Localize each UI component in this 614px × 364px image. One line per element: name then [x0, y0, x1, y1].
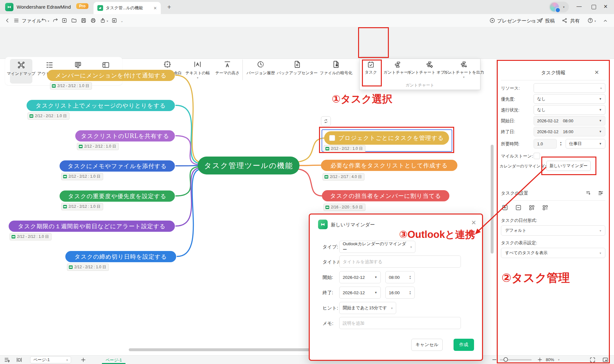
share-export-icon[interactable]: [100, 18, 106, 23]
add-task-grid-icon[interactable]: [528, 204, 535, 211]
tool-backup-center[interactable]: バックアップセンター: [277, 60, 318, 76]
gantt-output-icon: [460, 61, 468, 69]
start-date-select[interactable]: 2026-02-12▼: [339, 271, 381, 283]
page-tab[interactable]: ページ-1: [102, 357, 126, 363]
task-filter-settings-icon[interactable]: [598, 190, 604, 196]
end-date-select[interactable]: 2026-02-12▼: [339, 287, 381, 299]
title-input[interactable]: [339, 255, 461, 268]
dialog-close-icon[interactable]: ✕: [471, 219, 476, 226]
topic-node[interactable]: タスクにメモやファイルを添付する: [60, 160, 175, 172]
collapse-ribbon-icon[interactable]: [603, 18, 608, 23]
chevron-down-icon: ▼: [599, 108, 602, 111]
presentation-play-icon[interactable]: [489, 18, 495, 23]
type-select[interactable]: Outlookカレンダーのリマインダー▾: [339, 241, 415, 253]
share-dropdown-icon[interactable]: ▾: [107, 20, 108, 23]
calendar-icon: [69, 265, 73, 269]
minimize-button[interactable]: —: [577, 4, 582, 9]
page-layout-icon[interactable]: [16, 357, 22, 363]
new-tab-button[interactable]: +: [167, 3, 171, 11]
open-folder-icon[interactable]: [71, 18, 77, 23]
help-dropdown-icon[interactable]: ▾: [594, 20, 596, 23]
task-sort-icon[interactable]: [585, 190, 592, 196]
date-format-select[interactable]: デフォルト▾: [501, 225, 605, 236]
main-menu-icon[interactable]: [13, 18, 19, 23]
document-tab[interactable]: タスク管...ルの機能 ✕: [94, 2, 161, 14]
milestone-checkbox[interactable]: [534, 153, 540, 159]
close-button[interactable]: ✕: [603, 4, 608, 10]
collapse-all-icon[interactable]: [515, 204, 522, 211]
task-checkbox[interactable]: [329, 135, 335, 141]
memo-input[interactable]: [339, 317, 461, 329]
display-setting-select[interactable]: すべてのタスクを表示▾: [501, 248, 605, 258]
menu-item-gantt-output[interactable]: ガントチャートを出力 ▾: [443, 61, 484, 78]
post-button[interactable]: 投稿: [545, 18, 555, 24]
remove-task-grid-icon[interactable]: [542, 204, 549, 211]
share-nodes-icon[interactable]: [562, 18, 568, 23]
back-icon[interactable]: [4, 18, 10, 23]
zoom-dropdown-icon[interactable]: ▾: [558, 358, 560, 361]
redo-icon[interactable]: [53, 18, 58, 23]
outline-panel-icon[interactable]: [4, 357, 10, 363]
overview-map-icon[interactable]: [602, 357, 609, 363]
progress-label: 進行状況:: [501, 107, 520, 113]
maximize-button[interactable]: [592, 5, 596, 9]
end-date-select[interactable]: 2026-02-1216:00▼: [534, 127, 605, 136]
undo-icon[interactable]: [41, 18, 47, 23]
view-mindmap-button[interactable]: マインドマップ: [7, 61, 36, 77]
topic-float-button[interactable]: [321, 116, 331, 126]
import-icon[interactable]: [111, 18, 117, 23]
share-button[interactable]: 共有: [570, 18, 580, 24]
add-page-icon[interactable]: [80, 357, 86, 363]
resource-select[interactable]: ▾: [534, 83, 605, 93]
toolbar-more-icon[interactable]: ⌄: [120, 19, 123, 23]
task-calendar-icon: [367, 61, 375, 69]
topic-node[interactable]: タスクリスト上でメッセージのやりとりをする: [27, 100, 175, 111]
progress-select[interactable]: なし▼: [534, 105, 605, 115]
duration-stepper[interactable]: ▲▼: [558, 139, 564, 149]
start-time-stepper[interactable]: 08:00▲▼: [385, 271, 415, 283]
fit-screen-icon[interactable]: [589, 357, 596, 363]
save-icon[interactable]: [81, 18, 86, 23]
central-topic[interactable]: タスク管理ツールの機能: [198, 157, 299, 174]
panel-close-icon[interactable]: ✕: [594, 69, 599, 76]
vertical-scrollbar[interactable]: [491, 145, 494, 254]
zoom-out-icon[interactable]: [491, 357, 497, 363]
topic-node[interactable]: タスクリストのURLを共有する: [75, 130, 175, 142]
topic-node[interactable]: 必要な作業をタスクリストとして作成する: [321, 160, 457, 171]
zoom-slider-knob[interactable]: [503, 357, 508, 362]
create-button[interactable]: 作成: [454, 339, 474, 351]
presentation-dropdown-icon[interactable]: ▾: [531, 20, 533, 23]
topic-node[interactable]: タスクの担当者をメンバーに割り当てる: [322, 190, 449, 201]
expand-all-icon[interactable]: [502, 204, 508, 211]
tool-file-encryption[interactable]: ファイルの暗号化: [320, 60, 352, 76]
tool-theme-height[interactable]: テーマの高さ: [215, 60, 240, 76]
page-selector[interactable]: ページ-1▾: [30, 356, 71, 363]
end-time-stepper[interactable]: 16:00▲▼: [385, 287, 415, 299]
topic-node-selected[interactable]: プロジェクトごとにタスクを管理する: [324, 131, 449, 145]
zoom-level[interactable]: 80%: [546, 357, 554, 362]
topic-node[interactable]: タスクの締め切り日時を設定する: [65, 251, 176, 262]
new-document-icon[interactable]: [61, 18, 67, 23]
menu-item-task[interactable]: タスク: [365, 61, 377, 75]
hint-select[interactable]: 開始まであと15分です▾: [339, 302, 396, 314]
zoom-in-icon[interactable]: [537, 357, 543, 363]
tool-text-width[interactable]: テキストの幅▾: [185, 60, 210, 79]
topic-node[interactable]: メンバーにメンションを付けて通知する: [47, 70, 175, 81]
help-icon[interactable]: [587, 18, 593, 23]
file-menu[interactable]: ファイル: [22, 18, 41, 24]
print-icon[interactable]: [90, 18, 96, 23]
tab-close-icon[interactable]: ✕: [153, 6, 157, 11]
priority-select[interactable]: なし▼: [534, 94, 605, 104]
duration-unit-select[interactable]: 仕事日▼: [566, 139, 605, 149]
tool-version-history[interactable]: バージョン履歴: [247, 60, 275, 76]
post-icon[interactable]: [537, 18, 543, 23]
account-pill[interactable]: ▾: [549, 2, 569, 12]
topic-node[interactable]: タスクの重要度や優先度を設定する: [60, 190, 175, 202]
start-date-select[interactable]: 2026-02-1208:00▼: [534, 116, 605, 125]
presentation-button[interactable]: プレゼンテーション: [497, 18, 541, 24]
duration-input[interactable]: 1.0: [534, 139, 557, 149]
new-reminder-button[interactable]: 新しいリマインダー: [546, 161, 591, 171]
topic-node[interactable]: タスク期限の１週間前や前日などにアラート設定する: [9, 221, 175, 232]
undo-dropdown-icon[interactable]: ▾: [48, 20, 49, 23]
cancel-button[interactable]: キャンセル: [411, 339, 443, 351]
